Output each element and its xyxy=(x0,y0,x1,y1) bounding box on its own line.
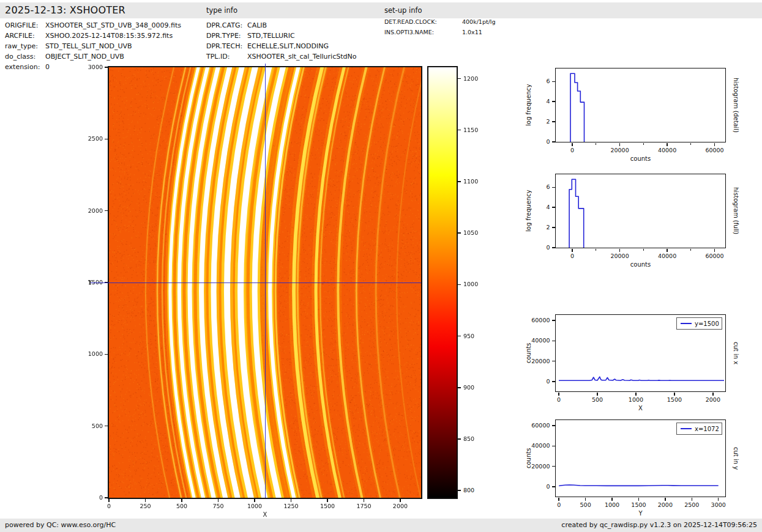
y-tick xyxy=(552,81,555,83)
colorbar-tick-label: 1050 xyxy=(463,229,488,236)
y-axis-label: log frequency xyxy=(524,68,532,142)
colorbar-tick xyxy=(458,130,461,131)
y-tick xyxy=(552,341,555,342)
x-tick xyxy=(674,393,675,396)
colorbar-tick-label: 1200 xyxy=(463,75,488,82)
legend-label: x=1072 xyxy=(695,426,719,432)
x-tick-label: 1000 xyxy=(239,503,271,509)
y-tick xyxy=(105,497,108,498)
x-tick xyxy=(327,499,328,502)
x-minor-tick xyxy=(690,249,691,251)
colorbar-tick-label: 1000 xyxy=(463,281,488,287)
main-image: 0250500750100012501500175020000500100015… xyxy=(109,67,421,498)
y-tick xyxy=(552,361,555,362)
x-axis-label: X xyxy=(556,405,725,412)
x-tick xyxy=(619,143,621,146)
x-minor-tick xyxy=(596,143,596,145)
x-tick-label: 750 xyxy=(202,503,234,509)
x-tick xyxy=(254,499,255,502)
crosshair-vertical-line xyxy=(265,64,266,498)
hist-full-data-line xyxy=(556,174,725,248)
x-tick xyxy=(291,499,292,502)
colorbar-tick xyxy=(458,438,461,440)
footer-right-text: created by qc_rawdisp.py v1.2.3 on 2025-… xyxy=(561,521,757,529)
right-side-label: cut in x xyxy=(731,315,740,391)
x-minor-tick xyxy=(690,143,691,145)
colorbar-tick xyxy=(458,336,461,337)
x-tick-label: 0 xyxy=(556,147,588,153)
y-tick xyxy=(105,354,108,355)
x-minor-tick xyxy=(596,249,596,251)
y-tick xyxy=(552,101,555,102)
legend-label: y=1500 xyxy=(695,320,719,327)
x-tick xyxy=(611,498,613,501)
x-tick-label: 1500 xyxy=(312,503,343,509)
x-tick xyxy=(400,499,401,502)
x-tick xyxy=(638,498,640,501)
x-tick xyxy=(714,249,715,252)
y-axis-label: counts xyxy=(524,315,532,391)
colorbar-tick-label: 950 xyxy=(463,333,488,339)
cut-x: 05001000150020000200004000060000Xcountsc… xyxy=(556,315,725,391)
x-tick xyxy=(364,499,365,502)
y-tick xyxy=(552,381,555,382)
footer-bar: powered by QC: www.eso.org/HC created by… xyxy=(0,519,762,532)
y-tick xyxy=(552,486,555,487)
y-tick xyxy=(105,210,108,212)
x-tick-label: 250 xyxy=(129,503,161,509)
y-tick xyxy=(105,426,108,427)
x-tick xyxy=(597,393,598,396)
colorbar-tick-label: 800 xyxy=(463,487,488,493)
x-tick xyxy=(635,393,637,396)
right-side-label: cut in y xyxy=(731,420,740,497)
cut-y: 0500100015002000250030000200004000060000… xyxy=(556,420,725,497)
x-tick xyxy=(572,143,573,146)
footer-left-text: powered by QC: www.eso.org/HC xyxy=(5,521,116,529)
colorbar-tick xyxy=(458,232,461,234)
x-tick-label: 1750 xyxy=(348,503,379,509)
y-tick xyxy=(552,425,555,426)
y-axis-label: counts xyxy=(524,420,532,497)
colorbar-tick-label: 900 xyxy=(463,384,488,391)
colorbar-tick-label: 1100 xyxy=(463,178,488,185)
x-axis-label: Y xyxy=(556,510,725,517)
y-tick xyxy=(552,227,555,228)
y-tick xyxy=(552,320,555,321)
x-tick-label: 1000 xyxy=(620,396,652,403)
cut-y-legend: x=1072 xyxy=(676,423,722,435)
colorbar-tick xyxy=(458,78,461,79)
x-tick xyxy=(619,249,621,252)
x-tick-label: 500 xyxy=(166,503,198,509)
x-minor-tick xyxy=(643,249,644,251)
x-tick xyxy=(692,498,693,501)
x-tick xyxy=(181,499,182,502)
x-tick-label: 1500 xyxy=(659,396,690,403)
y-tick xyxy=(552,187,555,188)
y-tick xyxy=(552,121,555,122)
x-tick-label: 40000 xyxy=(651,253,683,259)
x-tick-label: 20000 xyxy=(604,147,636,153)
x-tick-label: 2000 xyxy=(384,503,416,509)
y-tick xyxy=(552,207,555,208)
x-tick-label: 0 xyxy=(543,396,575,403)
y-axis-label: log frequency xyxy=(524,174,532,248)
crosshair-horizontal-line xyxy=(91,283,421,283)
x-tick xyxy=(558,393,559,396)
x-axis-label: X xyxy=(109,511,421,518)
colorbar-tick xyxy=(458,181,461,182)
x-tick-label: 0 xyxy=(93,503,125,509)
x-tick-label: 2000 xyxy=(697,396,729,403)
colorbar-tick-label: 850 xyxy=(463,435,488,442)
hist-detail: 02000040000600000246countslog frequencyh… xyxy=(556,68,725,142)
y-tick xyxy=(105,67,108,68)
colorbar-tick xyxy=(458,284,461,286)
legend-line-sample xyxy=(681,323,692,324)
colorbar-tick-label: 1150 xyxy=(463,127,488,133)
qc-report-page: { "header": { "title": "2025-12-13: XSHO… xyxy=(0,0,762,532)
x-tick-label: 1250 xyxy=(275,503,307,509)
x-tick xyxy=(585,498,586,501)
x-axis-label: counts xyxy=(556,261,725,268)
x-tick-label: 60000 xyxy=(699,253,731,259)
x-tick xyxy=(145,499,146,502)
colorbar-tick xyxy=(458,387,461,388)
